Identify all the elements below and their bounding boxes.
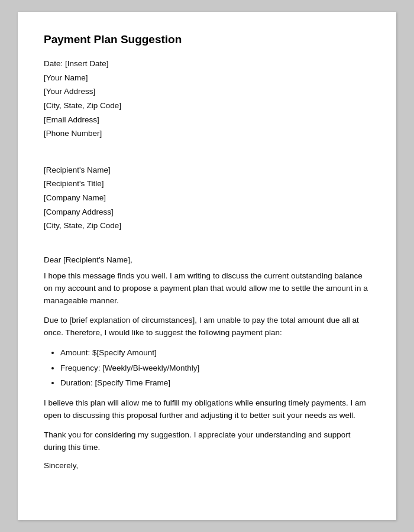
spacer-1 [44,154,370,163]
document-title: Payment Plan Suggestion [44,33,370,46]
recipient-company: [Company Name] [44,191,370,205]
sender-phone: [Phone Number] [44,126,370,141]
recipient-address: [Company Address] [44,205,370,219]
sender-city: [City, State, Zip Code] [44,99,370,113]
payment-plan-list: Amount: $[Specify Amount] Frequency: [We… [60,346,370,390]
salutation: Dear [Recipient's Name], [44,255,370,264]
body-para-1: I hope this message finds you well. I am… [44,270,370,307]
recipient-block: [Recipient's Name] [Recipient's Title] [… [44,163,370,233]
sender-date: Date: [Insert Date] [44,57,370,71]
list-item-frequency: Frequency: [Weekly/Bi-weekly/Monthly] [60,361,370,375]
sender-address: [Your Address] [44,85,370,99]
recipient-name: [Recipient's Name] [44,163,370,177]
recipient-title: [Recipient's Title] [44,177,370,191]
body-section: Dear [Recipient's Name], I hope this mes… [44,255,370,470]
sender-name: [Your Name] [44,71,370,85]
recipient-city: [City, State, Zip Code] [44,219,370,233]
closing: Sincerely, [44,461,370,470]
sender-block: Date: [Insert Date] [Your Name] [Your Ad… [44,57,370,141]
sender-email: [Email Address] [44,113,370,127]
list-item-duration: Duration: [Specify Time Frame] [60,376,370,390]
body-para-4: Thank you for considering my suggestion.… [44,429,370,454]
body-para-2: Due to [brief explanation of circumstanc… [44,314,370,339]
document-container: Payment Plan Suggestion Date: [Insert Da… [18,12,396,520]
list-item-amount: Amount: $[Specify Amount] [60,346,370,360]
spacer-2 [44,246,370,255]
body-para-3: I believe this plan will allow me to ful… [44,397,370,422]
